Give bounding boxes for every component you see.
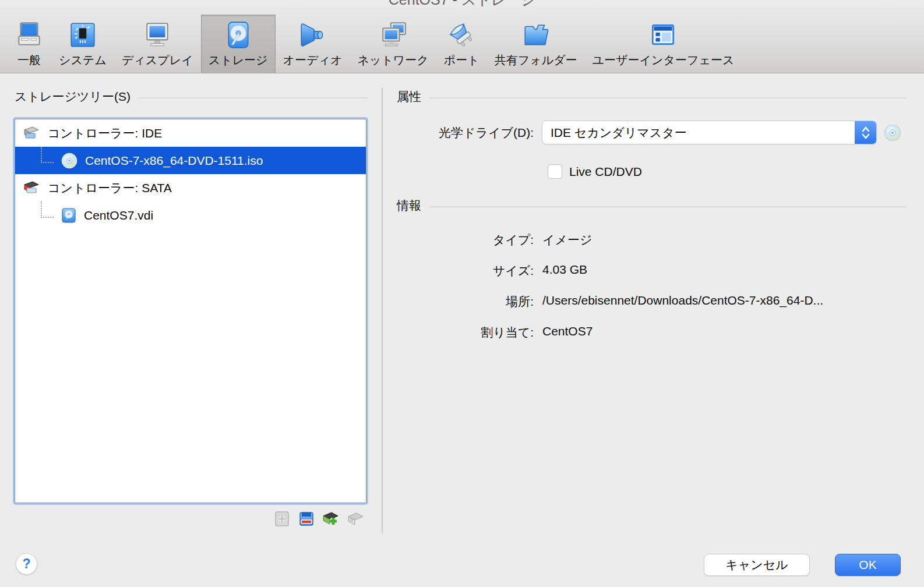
optical-drive-select[interactable]: IDE セカンダリマスター (542, 121, 877, 144)
optical-drive-label: 光学ドライブ(D): (397, 125, 542, 141)
ok-button[interactable]: OK (835, 554, 901, 576)
live-cd-row: Live CD/DVD (548, 164, 642, 179)
tree-row-centos-iso[interactable]: CentOS-7-x86_64-DVD-1511.iso (15, 147, 366, 174)
info-size-value: 4.03 GB (542, 263, 907, 279)
toolbar-label: システム (59, 52, 107, 68)
system-icon (68, 20, 97, 49)
tree-row-label: CentOS-7-x86_64-DVD-1511.iso (85, 154, 263, 168)
tree-row-label: CentOS7.vdi (84, 208, 153, 222)
toolbar-item-user-interface[interactable]: ユーザーインターフェース (585, 15, 742, 73)
display-icon (143, 20, 172, 49)
general-icon (15, 20, 44, 49)
toolbar-item-shared-folders[interactable]: 共有フォルダー (487, 15, 585, 73)
tree-row-centos-vdi[interactable]: CentOS7.vdi (15, 201, 366, 229)
tree-connector (41, 147, 54, 163)
audio-icon (298, 20, 327, 49)
settings-toolbar: 一般 システム (0, 0, 924, 73)
information-header: 情報 (397, 197, 907, 214)
ide-controller-icon (23, 125, 40, 142)
toolbar-label: ネットワーク (357, 52, 428, 68)
information-grid: タイプ: イメージ サイズ: 4.03 GB 場所: /Users/ebisen… (397, 232, 907, 341)
toolbar-item-ports[interactable]: ポート (436, 15, 487, 73)
live-cd-checkbox[interactable] (548, 164, 562, 179)
sata-controller-icon (23, 180, 40, 196)
toolbar-item-network[interactable]: ネットワーク (350, 15, 436, 73)
storage-tree-actions (15, 509, 365, 529)
panel-divider (382, 87, 383, 533)
tree-row-controller-sata[interactable]: コントローラー: SATA (15, 174, 366, 201)
toolbar-item-display[interactable]: ディスプレイ (114, 15, 201, 73)
info-type-label: タイプ: (397, 232, 534, 248)
toolbar-label: ユーザーインターフェース (593, 52, 735, 68)
optical-disc-icon (61, 153, 77, 169)
network-icon (379, 20, 408, 49)
toolbar-item-audio[interactable]: オーディオ (276, 15, 350, 73)
attributes-header: 属性 (397, 89, 907, 105)
divider-line (139, 98, 368, 99)
add-controller-button[interactable] (321, 509, 341, 529)
optical-drive-row: 光学ドライブ(D): IDE セカンダリマスター (397, 121, 907, 144)
info-location-value: /Users/ebisennet/Downloads/CentOS-7-x86_… (542, 294, 907, 310)
toolbar-label: ポート (444, 52, 479, 68)
toolbar-label: オーディオ (283, 52, 343, 68)
toolbar-label: ディスプレイ (122, 52, 193, 68)
cancel-button[interactable]: キャンセル (704, 554, 810, 576)
add-hard-disk-button[interactable] (272, 509, 292, 529)
hard-disk-icon (61, 207, 76, 224)
toolbar-item-storage[interactable]: ストレージ (201, 15, 276, 73)
window-title: CentOS7 - ストレージ (0, 0, 924, 9)
tree-row-controller-ide[interactable]: コントローラー: IDE (15, 119, 366, 147)
divider-line (429, 207, 907, 208)
toolbar-item-system[interactable]: システム (51, 15, 114, 73)
live-cd-label: Live CD/DVD (569, 165, 642, 179)
storage-tree-title: ストレージツリー(S) (15, 89, 131, 105)
tree-row-label: コントローラー: SATA (48, 180, 172, 196)
optical-drive-value: IDE セカンダリマスター (542, 125, 687, 141)
info-attached-value: CentOS7 (542, 324, 907, 341)
storage-icon (224, 20, 253, 49)
toolbar-label: 共有フォルダー (495, 52, 577, 68)
info-type-value: イメージ (542, 232, 907, 248)
chevron-updown-icon (855, 121, 876, 144)
storage-tree-header: ストレージツリー(S) (15, 89, 368, 105)
port-icon (447, 20, 476, 49)
user-interface-icon (648, 20, 678, 49)
storage-settings-dialog: CentOS7 - ストレージ 一般 (0, 0, 924, 587)
remove-controller-button[interactable] (345, 509, 365, 529)
help-button[interactable]: ? (16, 553, 37, 575)
attributes-title: 属性 (397, 89, 421, 105)
choose-disc-button[interactable] (883, 123, 902, 142)
shared-folder-icon (521, 20, 551, 49)
divider-line (429, 98, 907, 99)
info-location-label: 場所: (397, 294, 534, 310)
remove-attachment-button[interactable] (297, 509, 316, 529)
toolbar-item-general[interactable]: 一般 (7, 15, 51, 73)
tree-connector (41, 201, 54, 218)
storage-tree: コントローラー: IDE CentOS-7-x86_64-DVD-1511.is… (15, 119, 366, 503)
toolbar-label: ストレージ (209, 52, 268, 68)
information-title: 情報 (397, 197, 421, 214)
toolbar-label: 一般 (17, 52, 41, 68)
info-attached-label: 割り当て: (397, 324, 534, 341)
info-size-label: サイズ: (397, 263, 534, 279)
tree-row-label: コントローラー: IDE (48, 125, 162, 142)
